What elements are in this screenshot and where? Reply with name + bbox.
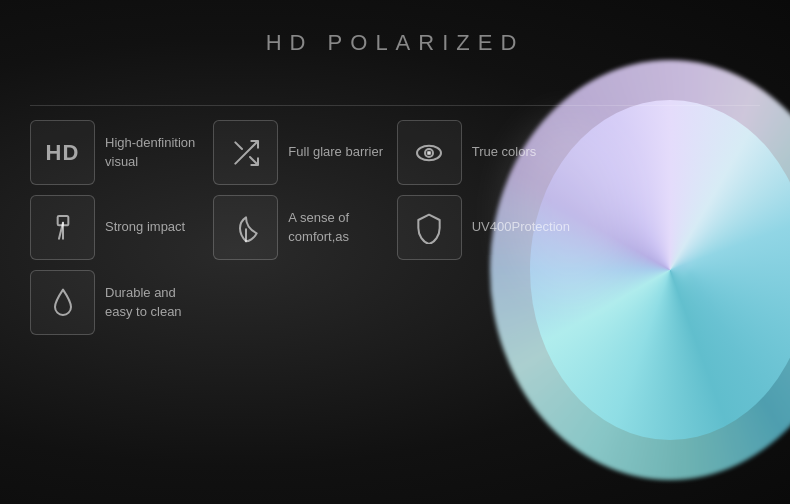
feature-item-durable: Durable and easy to clean bbox=[30, 270, 201, 335]
feature-item-hd-visual: HDHigh-denfinition visual bbox=[30, 120, 201, 185]
feature-label-durable: Durable and easy to clean bbox=[105, 284, 201, 320]
icon-box-strong-impact bbox=[30, 195, 95, 260]
icon-box-glare-barrier bbox=[213, 120, 278, 185]
page-title: HD POLARIZED bbox=[0, 30, 790, 56]
feature-label-true-colors: True colors bbox=[472, 143, 537, 161]
feature-label-hd-visual: High-denfinition visual bbox=[105, 134, 201, 170]
feature-label-glare-barrier: Full glare barrier bbox=[288, 143, 383, 161]
feature-label-strong-impact: Strong impact bbox=[105, 218, 185, 236]
icon-box-durable bbox=[30, 270, 95, 335]
feature-label-uv400: UV400Protection bbox=[472, 218, 570, 236]
svg-point-2 bbox=[428, 151, 431, 154]
feature-item-glare-barrier: Full glare barrier bbox=[213, 120, 384, 185]
feature-item-uv400: UV400Protection bbox=[397, 195, 570, 260]
icon-box-hd-visual: HD bbox=[30, 120, 95, 185]
feature-item-true-colors: True colors bbox=[397, 120, 570, 185]
feature-item-strong-impact: Strong impact bbox=[30, 195, 201, 260]
icon-box-true-colors bbox=[397, 120, 462, 185]
feature-item-comfort: A sense of comfort,as bbox=[213, 195, 384, 260]
features-grid: HDHigh-denfinition visualFull glare barr… bbox=[30, 120, 570, 335]
feature-label-comfort: A sense of comfort,as bbox=[288, 209, 384, 245]
icon-box-uv400 bbox=[397, 195, 462, 260]
divider bbox=[30, 105, 760, 106]
icon-box-comfort bbox=[213, 195, 278, 260]
